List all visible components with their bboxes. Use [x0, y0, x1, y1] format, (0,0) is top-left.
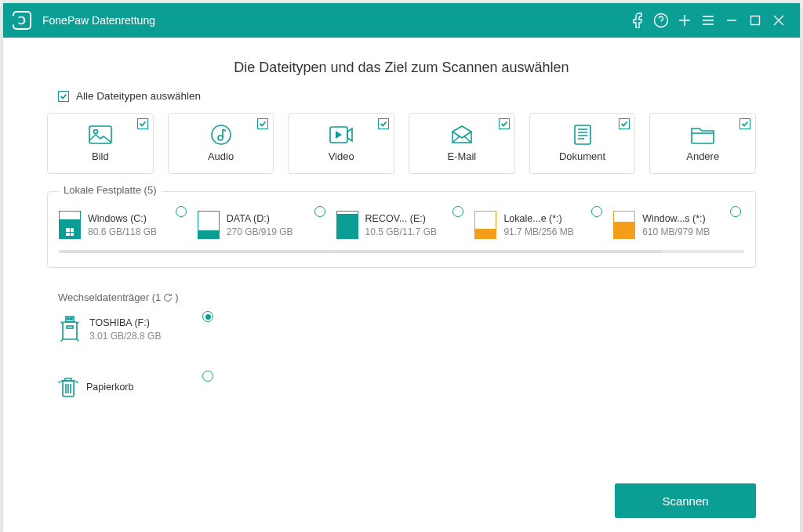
main-content: Die Dateitypen und das Ziel zum Scannen … — [3, 38, 800, 532]
local-drives-list: Windows (C:) 80.6 GB/118 GB DATA (D:) 27… — [59, 211, 744, 239]
filetype-card-video[interactable]: Video — [288, 113, 394, 174]
filetype-label: Andere — [686, 150, 719, 162]
drive-name: Windows (C:) — [88, 213, 157, 224]
filetype-label: Video — [329, 150, 354, 162]
filetype-card-andere[interactable]: Andere — [649, 113, 756, 174]
trash-icon — [58, 375, 78, 399]
bild-icon — [89, 125, 112, 144]
svg-point-1 — [661, 24, 662, 24]
local-drive-item[interactable]: Windows (C:) 80.6 GB/118 GB — [59, 211, 190, 239]
svg-rect-3 — [89, 126, 111, 143]
removable-drive-item[interactable]: TOSHIBA (F:) 3.01 GB/28.8 GB — [58, 316, 191, 342]
app-logo: Ɔ — [13, 11, 31, 30]
filetype-checkbox-video[interactable] — [378, 118, 389, 129]
select-all-checkbox[interactable] — [58, 91, 69, 102]
app-title: FonePaw Datenrettung — [42, 14, 155, 27]
filetype-checkbox-dokument[interactable] — [619, 118, 630, 129]
svg-rect-11 — [67, 318, 69, 320]
filetype-checkbox-bild[interactable] — [137, 118, 148, 129]
svg-rect-2 — [751, 16, 760, 25]
drive-size: 91.7 MB/256 MB — [503, 226, 573, 237]
video-icon — [329, 125, 353, 144]
select-all-label: Alle Dateitypen auswählen — [76, 90, 201, 102]
drive-radio[interactable] — [730, 206, 741, 217]
page-heading: Die Dateitypen und das Ziel zum Scannen … — [47, 60, 756, 76]
svg-point-6 — [218, 136, 223, 140]
recycle-bin-radio[interactable] — [202, 371, 213, 382]
drive-size: 10.5 GB/11.7 GB — [365, 226, 437, 237]
drive-icon — [336, 211, 358, 239]
filetype-label: Bild — [92, 150, 109, 162]
facebook-icon[interactable] — [626, 9, 649, 32]
filetype-card-dokument[interactable]: Dokument — [529, 113, 636, 174]
svg-rect-14 — [67, 326, 73, 328]
drive-name: RECOV... (E:) — [365, 213, 437, 224]
drive-size: 270 GB/919 GB — [227, 226, 293, 237]
refresh-icon[interactable] — [162, 292, 173, 303]
drive-radio[interactable] — [176, 206, 187, 217]
drive-name: DATA (D:) — [227, 213, 293, 224]
drive-radio[interactable] — [591, 206, 602, 217]
svg-point-4 — [93, 129, 97, 133]
removable-drive-size: 3.01 GB/28.8 GB — [89, 331, 161, 342]
drive-radio[interactable] — [452, 206, 463, 217]
filetype-cards: Bild Audio Video E-Mail Dokument Andere — [47, 113, 756, 174]
removable-section: Wechseldatenträger (1 ) TOSHIBA (F:) 3.0… — [47, 291, 756, 342]
svg-point-5 — [212, 125, 231, 144]
filetype-card-bild[interactable]: Bild — [47, 113, 154, 174]
drive-icon — [613, 211, 635, 239]
andere-icon — [691, 125, 714, 144]
minimize-button[interactable] — [720, 9, 743, 32]
audio-icon — [209, 125, 233, 144]
recycle-bin-item[interactable]: Papierkorb — [58, 375, 191, 399]
filetype-label: E-Mail — [447, 150, 476, 162]
plus-icon[interactable] — [673, 9, 696, 32]
local-drive-item[interactable]: Lokale...e (*:) 91.7 MB/256 MB — [474, 211, 605, 239]
drive-name: Window...s (*:) — [642, 213, 710, 224]
local-drives-section: Lokale Festplatte (5) Windows (C:) 80.6 … — [47, 191, 756, 268]
svg-rect-13 — [63, 322, 77, 339]
filetype-checkbox-andere[interactable] — [739, 118, 750, 129]
title-bar: Ɔ FonePaw Datenrettung — [3, 3, 800, 38]
drives-scrollbar[interactable] — [59, 250, 744, 253]
filetype-checkbox-audio[interactable] — [257, 118, 268, 129]
drive-name: Lokale...e (*:) — [503, 213, 573, 224]
help-icon[interactable] — [649, 9, 673, 32]
filetype-checkbox-email[interactable] — [499, 118, 510, 129]
drive-radio[interactable] — [314, 206, 325, 217]
local-drives-legend: Lokale Festplatte (5) — [59, 184, 162, 196]
drive-icon — [474, 211, 496, 239]
svg-rect-12 — [71, 318, 72, 320]
filetype-card-email[interactable]: E-Mail — [409, 113, 515, 174]
filetype-label: Dokument — [559, 150, 605, 162]
close-button[interactable] — [767, 9, 790, 32]
recycle-bin-label: Papierkorb — [86, 382, 133, 393]
removable-drive-radio[interactable] — [202, 311, 213, 322]
scan-button[interactable]: Scannen — [615, 483, 756, 518]
filetype-card-audio[interactable]: Audio — [168, 113, 274, 174]
dokument-icon — [571, 125, 594, 144]
svg-rect-9 — [575, 125, 590, 144]
email-icon — [450, 125, 474, 144]
drive-size: 610 MB/979 MB — [642, 226, 710, 237]
drive-size: 80.6 GB/118 GB — [88, 226, 157, 237]
recycle-section: Papierkorb — [47, 375, 756, 399]
menu-icon[interactable] — [696, 9, 720, 32]
usb-drive-icon — [58, 316, 82, 342]
svg-marker-8 — [336, 131, 342, 139]
local-drive-item[interactable]: RECOV... (E:) 10.5 GB/11.7 GB — [336, 211, 467, 239]
select-all-row[interactable]: Alle Dateitypen auswählen — [58, 90, 756, 102]
drive-icon — [59, 211, 81, 239]
maximize-button[interactable] — [743, 9, 767, 32]
removable-legend: Wechseldatenträger (1 ) — [58, 291, 756, 303]
app-window: Ɔ FonePaw Datenrettung Die Dateitypen un… — [3, 3, 800, 532]
local-drive-item[interactable]: Window...s (*:) 610 MB/979 MB — [613, 211, 744, 239]
local-drive-item[interactable]: DATA (D:) 270 GB/919 GB — [198, 211, 329, 239]
removable-drive-name: TOSHIBA (F:) — [89, 317, 161, 328]
drive-icon — [198, 211, 220, 239]
filetype-label: Audio — [208, 150, 234, 162]
